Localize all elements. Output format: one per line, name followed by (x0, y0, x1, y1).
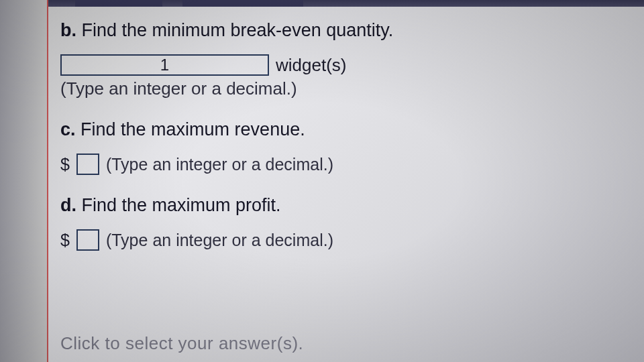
currency-symbol-c: $ (60, 155, 70, 174)
answer-hint-d: (Type an integer or a decimal.) (106, 231, 333, 250)
question-letter-c: c. (60, 119, 76, 139)
question-b: b. Find the minimum break-even quantity.… (60, 19, 624, 99)
question-prompt-d: Find the maximum profit. (82, 195, 281, 215)
answer-input-d[interactable] (76, 229, 99, 251)
answer-hint-c: (Type an integer or a decimal.) (106, 155, 333, 174)
question-c: c. Find the maximum revenue. $ (Type an … (60, 118, 624, 175)
left-margin (0, 0, 47, 362)
question-prompt-c: Find the maximum revenue. (80, 119, 305, 139)
question-content: b. Find the minimum break-even quantity.… (60, 19, 624, 269)
question-letter-d: d. (60, 195, 76, 215)
answer-unit-b: widget(s) (276, 55, 346, 76)
top-toolbar-fragment (48, 0, 644, 7)
answer-input-c[interactable] (76, 154, 99, 175)
question-d: d. Find the maximum profit. $ (Type an i… (60, 194, 624, 251)
question-prompt-b: Find the minimum break-even quantity. (82, 20, 394, 40)
currency-symbol-d: $ (60, 231, 70, 250)
select-answer-instruction[interactable]: Click to select your answer(s). (60, 333, 303, 354)
answer-input-b[interactable] (60, 54, 269, 76)
question-letter-b: b. (60, 20, 76, 40)
answer-hint-b: (Type an integer or a decimal.) (60, 78, 624, 99)
margin-rule (47, 0, 48, 362)
